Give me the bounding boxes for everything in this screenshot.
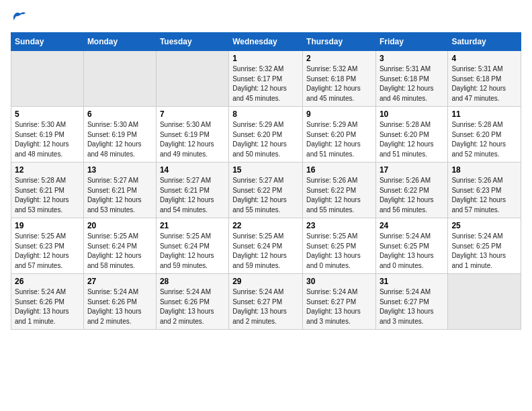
day-info: Sunrise: 5:30 AMSunset: 6:19 PMDaylight:…	[87, 120, 152, 159]
calendar-cell: 9Sunrise: 5:29 AMSunset: 6:20 PMDaylight…	[303, 107, 376, 163]
calendar-week-row: 26Sunrise: 5:24 AMSunset: 6:26 PMDayligh…	[11, 274, 521, 330]
day-number: 3	[380, 54, 444, 63]
day-info: Sunrise: 5:27 AMSunset: 6:21 PMDaylight:…	[87, 176, 152, 215]
calendar-cell: 23Sunrise: 5:25 AMSunset: 6:25 PMDayligh…	[303, 218, 376, 274]
day-number: 28	[160, 277, 225, 286]
calendar-cell: 18Sunrise: 5:26 AMSunset: 6:23 PMDayligh…	[448, 163, 521, 218]
column-header-tuesday: Tuesday	[156, 33, 228, 51]
calendar-cell: 5Sunrise: 5:30 AMSunset: 6:19 PMDaylight…	[11, 107, 84, 163]
day-info: Sunrise: 5:26 AMSunset: 6:23 PMDaylight:…	[451, 176, 517, 215]
calendar-cell	[448, 274, 521, 330]
calendar-cell: 28Sunrise: 5:24 AMSunset: 6:26 PMDayligh…	[156, 274, 228, 330]
calendar-week-row: 12Sunrise: 5:28 AMSunset: 6:21 PMDayligh…	[11, 163, 521, 218]
day-info: Sunrise: 5:30 AMSunset: 6:19 PMDaylight:…	[160, 120, 225, 159]
calendar-cell: 29Sunrise: 5:24 AMSunset: 6:27 PMDayligh…	[229, 274, 303, 330]
day-info: Sunrise: 5:24 AMSunset: 6:26 PMDaylight:…	[160, 287, 225, 326]
day-info: Sunrise: 5:30 AMSunset: 6:19 PMDaylight:…	[15, 120, 80, 159]
calendar-cell: 13Sunrise: 5:27 AMSunset: 6:21 PMDayligh…	[83, 163, 156, 218]
calendar-cell	[156, 51, 228, 107]
column-header-thursday: Thursday	[303, 33, 376, 51]
logo	[11, 11, 27, 24]
calendar-cell: 21Sunrise: 5:25 AMSunset: 6:24 PMDayligh…	[156, 218, 228, 274]
page-header	[11, 11, 521, 24]
calendar-week-row: 5Sunrise: 5:30 AMSunset: 6:19 PMDaylight…	[11, 107, 521, 163]
day-info: Sunrise: 5:24 AMSunset: 6:27 PMDaylight:…	[232, 287, 299, 326]
calendar-cell: 11Sunrise: 5:28 AMSunset: 6:20 PMDayligh…	[448, 107, 521, 163]
day-info: Sunrise: 5:25 AMSunset: 6:24 PMDaylight:…	[87, 232, 152, 271]
day-info: Sunrise: 5:29 AMSunset: 6:20 PMDaylight:…	[306, 120, 372, 159]
day-number: 18	[451, 165, 517, 175]
day-info: Sunrise: 5:25 AMSunset: 6:24 PMDaylight:…	[160, 232, 225, 271]
calendar-cell: 6Sunrise: 5:30 AMSunset: 6:19 PMDaylight…	[83, 107, 156, 163]
day-number: 4	[451, 54, 517, 63]
day-info: Sunrise: 5:27 AMSunset: 6:22 PMDaylight:…	[232, 176, 299, 215]
day-number: 1	[232, 54, 299, 63]
day-info: Sunrise: 5:24 AMSunset: 6:26 PMDaylight:…	[15, 287, 80, 326]
day-info: Sunrise: 5:24 AMSunset: 6:25 PMDaylight:…	[380, 232, 444, 271]
day-info: Sunrise: 5:28 AMSunset: 6:20 PMDaylight:…	[451, 120, 517, 159]
calendar-cell: 12Sunrise: 5:28 AMSunset: 6:21 PMDayligh…	[11, 163, 84, 218]
day-number: 12	[15, 165, 80, 175]
day-number: 16	[306, 165, 372, 175]
calendar-cell: 1Sunrise: 5:32 AMSunset: 6:17 PMDaylight…	[229, 51, 303, 107]
calendar-cell: 14Sunrise: 5:27 AMSunset: 6:21 PMDayligh…	[156, 163, 228, 218]
day-info: Sunrise: 5:28 AMSunset: 6:20 PMDaylight:…	[380, 120, 444, 159]
day-info: Sunrise: 5:29 AMSunset: 6:20 PMDaylight:…	[232, 120, 299, 159]
calendar-cell: 24Sunrise: 5:24 AMSunset: 6:25 PMDayligh…	[375, 218, 447, 274]
column-header-saturday: Saturday	[448, 33, 521, 51]
column-header-friday: Friday	[375, 33, 447, 51]
day-number: 2	[306, 54, 372, 63]
calendar-cell: 4Sunrise: 5:31 AMSunset: 6:18 PMDaylight…	[448, 51, 521, 107]
day-info: Sunrise: 5:24 AMSunset: 6:27 PMDaylight:…	[306, 287, 372, 326]
day-info: Sunrise: 5:26 AMSunset: 6:22 PMDaylight:…	[380, 176, 444, 215]
day-number: 10	[380, 109, 444, 119]
day-info: Sunrise: 5:24 AMSunset: 6:25 PMDaylight:…	[451, 232, 517, 271]
calendar-cell: 8Sunrise: 5:29 AMSunset: 6:20 PMDaylight…	[229, 107, 303, 163]
calendar-cell: 30Sunrise: 5:24 AMSunset: 6:27 PMDayligh…	[303, 274, 376, 330]
day-info: Sunrise: 5:31 AMSunset: 6:18 PMDaylight:…	[380, 64, 444, 103]
calendar-cell: 19Sunrise: 5:25 AMSunset: 6:23 PMDayligh…	[11, 218, 84, 274]
day-number: 21	[160, 221, 225, 230]
logo-bird-icon	[12, 11, 27, 24]
day-info: Sunrise: 5:24 AMSunset: 6:26 PMDaylight:…	[87, 287, 152, 326]
calendar-week-row: 1Sunrise: 5:32 AMSunset: 6:17 PMDaylight…	[11, 51, 521, 107]
day-number: 5	[15, 109, 80, 119]
calendar-week-row: 19Sunrise: 5:25 AMSunset: 6:23 PMDayligh…	[11, 218, 521, 274]
day-number: 27	[87, 277, 152, 286]
calendar-cell: 25Sunrise: 5:24 AMSunset: 6:25 PMDayligh…	[448, 218, 521, 274]
day-number: 24	[380, 221, 444, 230]
calendar-cell: 3Sunrise: 5:31 AMSunset: 6:18 PMDaylight…	[375, 51, 447, 107]
day-number: 7	[160, 109, 225, 119]
day-info: Sunrise: 5:32 AMSunset: 6:17 PMDaylight:…	[232, 64, 299, 103]
day-info: Sunrise: 5:32 AMSunset: 6:18 PMDaylight:…	[306, 64, 372, 103]
calendar-table: SundayMondayTuesdayWednesdayThursdayFrid…	[11, 32, 521, 330]
calendar-cell: 10Sunrise: 5:28 AMSunset: 6:20 PMDayligh…	[375, 107, 447, 163]
day-number: 31	[380, 277, 444, 286]
day-number: 14	[160, 165, 225, 175]
day-info: Sunrise: 5:27 AMSunset: 6:21 PMDaylight:…	[160, 176, 225, 215]
day-number: 13	[87, 165, 152, 175]
calendar-header-row: SundayMondayTuesdayWednesdayThursdayFrid…	[11, 33, 521, 51]
column-header-wednesday: Wednesday	[229, 33, 303, 51]
day-number: 6	[87, 109, 152, 119]
calendar-cell: 17Sunrise: 5:26 AMSunset: 6:22 PMDayligh…	[375, 163, 447, 218]
day-number: 26	[15, 277, 80, 286]
day-info: Sunrise: 5:26 AMSunset: 6:22 PMDaylight:…	[306, 176, 372, 215]
day-number: 29	[232, 277, 299, 286]
calendar-cell: 31Sunrise: 5:24 AMSunset: 6:27 PMDayligh…	[375, 274, 447, 330]
day-number: 22	[232, 221, 299, 230]
day-info: Sunrise: 5:25 AMSunset: 6:25 PMDaylight:…	[306, 232, 372, 271]
day-info: Sunrise: 5:24 AMSunset: 6:27 PMDaylight:…	[380, 287, 444, 326]
day-info: Sunrise: 5:25 AMSunset: 6:24 PMDaylight:…	[232, 232, 299, 271]
calendar-cell: 15Sunrise: 5:27 AMSunset: 6:22 PMDayligh…	[229, 163, 303, 218]
day-number: 23	[306, 221, 372, 230]
calendar-cell: 2Sunrise: 5:32 AMSunset: 6:18 PMDaylight…	[303, 51, 376, 107]
column-header-monday: Monday	[83, 33, 156, 51]
day-number: 15	[232, 165, 299, 175]
calendar-cell	[83, 51, 156, 107]
day-info: Sunrise: 5:31 AMSunset: 6:18 PMDaylight:…	[451, 64, 517, 103]
calendar-cell: 16Sunrise: 5:26 AMSunset: 6:22 PMDayligh…	[303, 163, 376, 218]
day-number: 19	[15, 221, 80, 230]
calendar-cell: 22Sunrise: 5:25 AMSunset: 6:24 PMDayligh…	[229, 218, 303, 274]
calendar-cell	[11, 51, 84, 107]
